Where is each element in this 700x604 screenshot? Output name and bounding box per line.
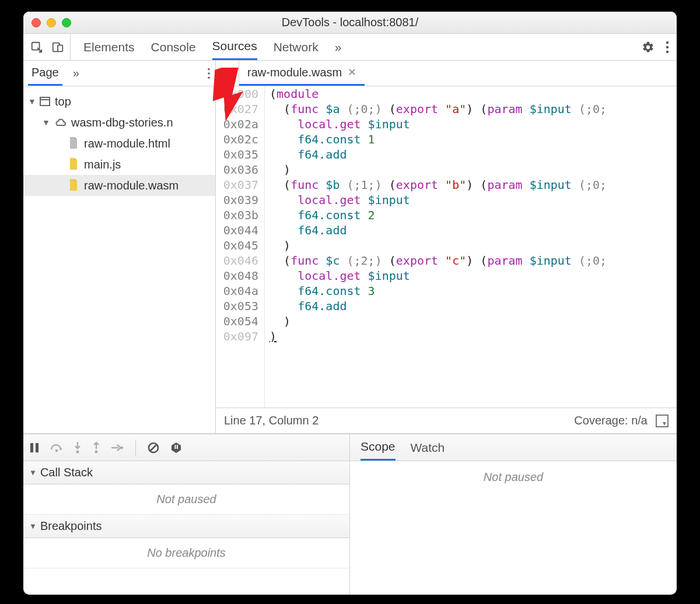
svg-rect-13 bbox=[30, 443, 33, 452]
callstack-header[interactable]: ▼ Call Stack bbox=[23, 461, 349, 484]
debugger-toolbar bbox=[23, 434, 349, 461]
expand-caret-icon: ▼ bbox=[28, 97, 35, 106]
tree-host[interactable]: ▼ wasm-dbg-stories.n bbox=[23, 112, 215, 133]
code-content: (module (func $a (;0;) (export "a") (par… bbox=[265, 86, 677, 408]
tab-watch[interactable]: Watch bbox=[411, 434, 445, 461]
main-tab-bar: Elements Console Sources Network » bbox=[23, 34, 677, 61]
file-icon bbox=[69, 179, 79, 192]
navigator-kebab-icon[interactable] bbox=[207, 68, 211, 79]
code-gutter: 0x0000x0270x02a0x02c0x0350x0360x0370x039… bbox=[216, 86, 265, 408]
breakpoints-header[interactable]: ▼ Breakpoints bbox=[23, 515, 349, 538]
tree-file-wasm[interactable]: raw-module.wasm bbox=[23, 175, 215, 196]
editor-pane: raw-module.wasm ✕ 0x0000x0270x02a0x02c0x… bbox=[216, 61, 677, 433]
step-icon[interactable] bbox=[111, 444, 124, 452]
minimize-window-button[interactable] bbox=[47, 18, 56, 27]
tree-file-label: raw-module.wasm bbox=[84, 179, 178, 192]
tab-elements[interactable]: Elements bbox=[83, 34, 135, 60]
frame-icon bbox=[40, 97, 50, 106]
tree-file-label: raw-module.html bbox=[84, 137, 170, 150]
svg-point-6 bbox=[208, 68, 210, 70]
step-over-icon[interactable] bbox=[50, 443, 63, 453]
devtools-window: DevTools - localhost:8081/ Elements Cons… bbox=[23, 12, 677, 595]
editor-tab-label: raw-module.wasm bbox=[247, 66, 342, 79]
tree-host-label: wasm-dbg-stories.n bbox=[71, 116, 173, 129]
navigator-tab-page[interactable]: Page bbox=[28, 61, 62, 86]
tree-frame-top[interactable]: ▼ top bbox=[23, 91, 215, 112]
svg-point-15 bbox=[55, 449, 58, 452]
editor-tab-active[interactable]: raw-module.wasm ✕ bbox=[239, 61, 365, 86]
breakpoints-label: Breakpoints bbox=[40, 519, 102, 533]
editor-status-bar: Line 17, Column 2 Coverage: n/a bbox=[216, 408, 677, 433]
navigator-tabs: Page » bbox=[23, 61, 215, 86]
zoom-window-button[interactable] bbox=[62, 18, 71, 27]
tree-file-js[interactable]: main.js bbox=[23, 154, 215, 175]
svg-rect-21 bbox=[175, 445, 176, 449]
expand-caret-icon: ▼ bbox=[42, 118, 49, 127]
svg-rect-2 bbox=[58, 45, 62, 51]
inspect-element-icon[interactable] bbox=[30, 41, 43, 54]
show-navigator-icon[interactable] bbox=[216, 61, 239, 86]
tree-file-html[interactable]: raw-module.html bbox=[23, 133, 215, 154]
callstack-label: Call Stack bbox=[40, 466, 93, 479]
collapse-caret-icon: ▼ bbox=[29, 522, 37, 531]
svg-point-18 bbox=[121, 446, 124, 449]
window-controls bbox=[23, 18, 71, 27]
tab-console[interactable]: Console bbox=[151, 34, 196, 60]
tree-frame-label: top bbox=[55, 95, 71, 108]
step-into-icon[interactable] bbox=[74, 442, 82, 454]
settings-gear-icon[interactable] bbox=[642, 41, 654, 54]
breakpoints-body: No breakpoints bbox=[23, 538, 349, 568]
navigator-pane: Page » ▼ top ▼ wasm bbox=[23, 61, 216, 433]
kebab-menu-icon[interactable] bbox=[665, 41, 670, 54]
svg-point-5 bbox=[666, 50, 668, 52]
svg-rect-14 bbox=[36, 443, 38, 452]
coverage-toggle-icon[interactable] bbox=[656, 415, 668, 427]
pause-on-exceptions-icon[interactable] bbox=[170, 441, 183, 454]
close-window-button[interactable] bbox=[32, 18, 41, 27]
svg-point-4 bbox=[666, 45, 668, 48]
device-toolbar-icon[interactable] bbox=[51, 41, 64, 54]
file-icon bbox=[69, 137, 79, 150]
svg-point-7 bbox=[208, 72, 210, 75]
svg-rect-9 bbox=[40, 97, 50, 106]
scope-body: Not paused bbox=[350, 461, 677, 595]
svg-point-3 bbox=[666, 41, 668, 43]
tab-scope[interactable]: Scope bbox=[360, 434, 396, 461]
coverage-status: Coverage: n/a bbox=[574, 414, 648, 427]
debugger-pane: ▼ Call Stack Not paused ▼ Breakpoints No… bbox=[23, 434, 677, 595]
svg-point-16 bbox=[76, 450, 79, 453]
tab-sources[interactable]: Sources bbox=[212, 34, 257, 60]
tabs-overflow[interactable]: » bbox=[335, 34, 342, 60]
tab-network[interactable]: Network bbox=[274, 34, 318, 60]
step-out-icon[interactable] bbox=[92, 442, 100, 454]
cloud-icon bbox=[54, 118, 66, 127]
scope-watch-tabs: Scope Watch bbox=[350, 434, 677, 461]
svg-point-17 bbox=[95, 450, 98, 453]
code-editor[interactable]: 0x0000x0270x02a0x02c0x0350x0360x0370x039… bbox=[216, 86, 677, 408]
navigator-tab-overflow[interactable]: » bbox=[69, 61, 83, 86]
window-title: DevTools - localhost:8081/ bbox=[23, 16, 677, 29]
svg-point-8 bbox=[208, 76, 210, 79]
callstack-body: Not paused bbox=[23, 484, 349, 515]
svg-rect-22 bbox=[177, 445, 178, 449]
titlebar: DevTools - localhost:8081/ bbox=[23, 12, 677, 34]
svg-line-20 bbox=[150, 444, 157, 451]
cursor-position: Line 17, Column 2 bbox=[224, 414, 318, 427]
file-icon bbox=[69, 158, 79, 171]
collapse-caret-icon: ▼ bbox=[29, 468, 37, 477]
tree-file-label: main.js bbox=[84, 158, 121, 171]
file-tree: ▼ top ▼ wasm-dbg-stories.n raw-module.ht… bbox=[23, 86, 215, 433]
deactivate-breakpoints-icon[interactable] bbox=[148, 442, 159, 454]
close-tab-icon[interactable]: ✕ bbox=[348, 66, 356, 79]
pause-icon[interactable] bbox=[29, 443, 40, 453]
